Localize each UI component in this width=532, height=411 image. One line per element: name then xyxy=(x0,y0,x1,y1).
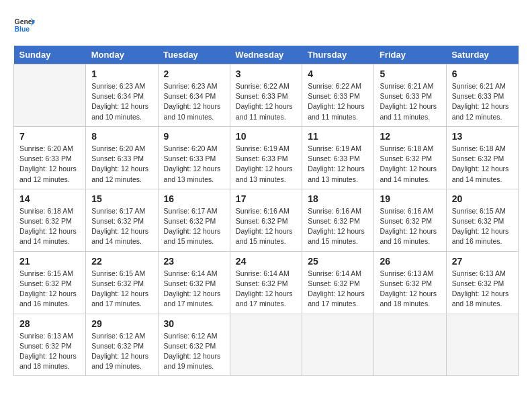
calendar-day-cell xyxy=(446,314,518,376)
calendar-day-cell xyxy=(230,314,302,376)
calendar-day-cell: 27Sunrise: 6:13 AMSunset: 6:32 PMDayligh… xyxy=(446,251,518,314)
calendar-day-cell xyxy=(302,314,374,376)
day-info: Sunrise: 6:17 AMSunset: 6:32 PMDaylight:… xyxy=(91,206,152,247)
day-number: 28 xyxy=(19,318,80,329)
calendar-day-cell: 30Sunrise: 6:12 AMSunset: 6:32 PMDayligh… xyxy=(158,314,230,376)
calendar-day-cell: 4Sunrise: 6:22 AMSunset: 6:33 PMDaylight… xyxy=(302,64,374,127)
calendar-day-cell: 1Sunrise: 6:23 AMSunset: 6:34 PMDaylight… xyxy=(86,64,158,127)
calendar-day-cell: 17Sunrise: 6:16 AMSunset: 6:32 PMDayligh… xyxy=(230,189,302,251)
day-number: 16 xyxy=(164,193,224,204)
day-info: Sunrise: 6:22 AMSunset: 6:33 PMDaylight:… xyxy=(236,81,296,122)
day-number: 5 xyxy=(380,68,440,79)
day-info: Sunrise: 6:12 AMSunset: 6:32 PMDaylight:… xyxy=(91,331,152,372)
day-info: Sunrise: 6:21 AMSunset: 6:33 PMDaylight:… xyxy=(380,81,440,122)
calendar-day-cell: 18Sunrise: 6:16 AMSunset: 6:32 PMDayligh… xyxy=(302,189,374,251)
calendar-day-cell: 21Sunrise: 6:15 AMSunset: 6:32 PMDayligh… xyxy=(14,251,86,314)
calendar-day-cell: 20Sunrise: 6:15 AMSunset: 6:32 PMDayligh… xyxy=(446,189,518,251)
day-info: Sunrise: 6:23 AMSunset: 6:34 PMDaylight:… xyxy=(91,81,152,122)
day-info: Sunrise: 6:18 AMSunset: 6:32 PMDaylight:… xyxy=(380,144,440,185)
calendar-day-cell: 9Sunrise: 6:20 AMSunset: 6:33 PMDaylight… xyxy=(158,126,230,189)
weekday-header-cell: Saturday xyxy=(446,46,518,64)
day-number: 1 xyxy=(91,68,152,79)
day-info: Sunrise: 6:17 AMSunset: 6:32 PMDaylight:… xyxy=(164,206,224,247)
calendar-day-cell: 19Sunrise: 6:16 AMSunset: 6:32 PMDayligh… xyxy=(374,189,446,251)
weekday-header-cell: Friday xyxy=(374,46,446,64)
day-number: 21 xyxy=(19,256,80,267)
day-number: 7 xyxy=(19,131,80,142)
day-info: Sunrise: 6:21 AMSunset: 6:33 PMDaylight:… xyxy=(452,81,513,122)
day-number: 2 xyxy=(164,68,224,79)
day-number: 26 xyxy=(380,256,440,267)
day-number: 19 xyxy=(380,193,440,204)
day-number: 29 xyxy=(91,318,152,329)
calendar-day-cell: 5Sunrise: 6:21 AMSunset: 6:33 PMDaylight… xyxy=(374,64,446,127)
day-info: Sunrise: 6:14 AMSunset: 6:32 PMDaylight:… xyxy=(308,269,368,310)
calendar-day-cell xyxy=(14,64,86,127)
day-number: 10 xyxy=(236,131,296,142)
weekday-header-cell: Tuesday xyxy=(158,46,230,64)
calendar-body: 1Sunrise: 6:23 AMSunset: 6:34 PMDaylight… xyxy=(14,64,519,376)
day-number: 15 xyxy=(91,193,152,204)
calendar-day-cell: 16Sunrise: 6:17 AMSunset: 6:32 PMDayligh… xyxy=(158,189,230,251)
day-info: Sunrise: 6:16 AMSunset: 6:32 PMDaylight:… xyxy=(380,206,440,247)
calendar-day-cell: 25Sunrise: 6:14 AMSunset: 6:32 PMDayligh… xyxy=(302,251,374,314)
day-number: 4 xyxy=(308,68,368,79)
calendar-day-cell: 24Sunrise: 6:14 AMSunset: 6:32 PMDayligh… xyxy=(230,251,302,314)
calendar-day-cell: 10Sunrise: 6:19 AMSunset: 6:33 PMDayligh… xyxy=(230,126,302,189)
weekday-header-cell: Thursday xyxy=(302,46,374,64)
calendar-day-cell: 28Sunrise: 6:13 AMSunset: 6:32 PMDayligh… xyxy=(14,314,86,376)
page-header: General Blue xyxy=(13,13,519,35)
calendar-week-row: 14Sunrise: 6:18 AMSunset: 6:32 PMDayligh… xyxy=(14,189,519,251)
calendar-week-row: 21Sunrise: 6:15 AMSunset: 6:32 PMDayligh… xyxy=(14,251,519,314)
day-number: 8 xyxy=(91,131,152,142)
calendar-week-row: 1Sunrise: 6:23 AMSunset: 6:34 PMDaylight… xyxy=(14,64,519,127)
day-info: Sunrise: 6:16 AMSunset: 6:32 PMDaylight:… xyxy=(236,206,296,247)
day-number: 20 xyxy=(452,193,513,204)
day-number: 3 xyxy=(236,68,296,79)
day-info: Sunrise: 6:18 AMSunset: 6:32 PMDaylight:… xyxy=(19,206,80,247)
day-number: 22 xyxy=(91,256,152,267)
day-number: 27 xyxy=(452,256,513,267)
day-number: 12 xyxy=(380,131,440,142)
day-number: 30 xyxy=(164,318,224,329)
calendar-day-cell: 12Sunrise: 6:18 AMSunset: 6:32 PMDayligh… xyxy=(374,126,446,189)
calendar-day-cell: 23Sunrise: 6:14 AMSunset: 6:32 PMDayligh… xyxy=(158,251,230,314)
calendar-week-row: 7Sunrise: 6:20 AMSunset: 6:33 PMDaylight… xyxy=(14,126,519,189)
day-number: 13 xyxy=(452,131,513,142)
calendar-day-cell xyxy=(374,314,446,376)
day-number: 17 xyxy=(236,193,296,204)
day-info: Sunrise: 6:18 AMSunset: 6:32 PMDaylight:… xyxy=(452,144,513,185)
calendar-day-cell: 11Sunrise: 6:19 AMSunset: 6:33 PMDayligh… xyxy=(302,126,374,189)
calendar-day-cell: 14Sunrise: 6:18 AMSunset: 6:32 PMDayligh… xyxy=(14,189,86,251)
calendar-day-cell: 7Sunrise: 6:20 AMSunset: 6:33 PMDaylight… xyxy=(14,126,86,189)
weekday-header-row: SundayMondayTuesdayWednesdayThursdayFrid… xyxy=(14,46,519,64)
calendar-day-cell: 22Sunrise: 6:15 AMSunset: 6:32 PMDayligh… xyxy=(86,251,158,314)
day-info: Sunrise: 6:14 AMSunset: 6:32 PMDaylight:… xyxy=(236,269,296,310)
calendar-day-cell: 29Sunrise: 6:12 AMSunset: 6:32 PMDayligh… xyxy=(86,314,158,376)
day-info: Sunrise: 6:19 AMSunset: 6:33 PMDaylight:… xyxy=(308,144,368,185)
day-info: Sunrise: 6:20 AMSunset: 6:33 PMDaylight:… xyxy=(91,144,152,185)
day-info: Sunrise: 6:13 AMSunset: 6:32 PMDaylight:… xyxy=(19,331,80,372)
calendar-table: SundayMondayTuesdayWednesdayThursdayFrid… xyxy=(13,46,519,376)
calendar-day-cell: 6Sunrise: 6:21 AMSunset: 6:33 PMDaylight… xyxy=(446,64,518,127)
calendar-week-row: 28Sunrise: 6:13 AMSunset: 6:32 PMDayligh… xyxy=(14,314,519,376)
day-info: Sunrise: 6:22 AMSunset: 6:33 PMDaylight:… xyxy=(308,81,368,122)
weekday-header-cell: Monday xyxy=(86,46,158,64)
day-info: Sunrise: 6:20 AMSunset: 6:33 PMDaylight:… xyxy=(19,144,80,185)
calendar-day-cell: 13Sunrise: 6:18 AMSunset: 6:32 PMDayligh… xyxy=(446,126,518,189)
weekday-header-cell: Wednesday xyxy=(230,46,302,64)
calendar-day-cell: 2Sunrise: 6:23 AMSunset: 6:34 PMDaylight… xyxy=(158,64,230,127)
calendar-day-cell: 8Sunrise: 6:20 AMSunset: 6:33 PMDaylight… xyxy=(86,126,158,189)
day-info: Sunrise: 6:15 AMSunset: 6:32 PMDaylight:… xyxy=(91,269,152,310)
day-info: Sunrise: 6:20 AMSunset: 6:33 PMDaylight:… xyxy=(164,144,224,185)
day-info: Sunrise: 6:15 AMSunset: 6:32 PMDaylight:… xyxy=(452,206,513,247)
day-info: Sunrise: 6:14 AMSunset: 6:32 PMDaylight:… xyxy=(164,269,224,310)
day-number: 25 xyxy=(308,256,368,267)
day-number: 14 xyxy=(19,193,80,204)
day-info: Sunrise: 6:23 AMSunset: 6:34 PMDaylight:… xyxy=(164,81,224,122)
day-info: Sunrise: 6:15 AMSunset: 6:32 PMDaylight:… xyxy=(19,269,80,310)
calendar-day-cell: 26Sunrise: 6:13 AMSunset: 6:32 PMDayligh… xyxy=(374,251,446,314)
day-number: 23 xyxy=(164,256,224,267)
day-info: Sunrise: 6:12 AMSunset: 6:32 PMDaylight:… xyxy=(164,331,224,372)
calendar-day-cell: 15Sunrise: 6:17 AMSunset: 6:32 PMDayligh… xyxy=(86,189,158,251)
